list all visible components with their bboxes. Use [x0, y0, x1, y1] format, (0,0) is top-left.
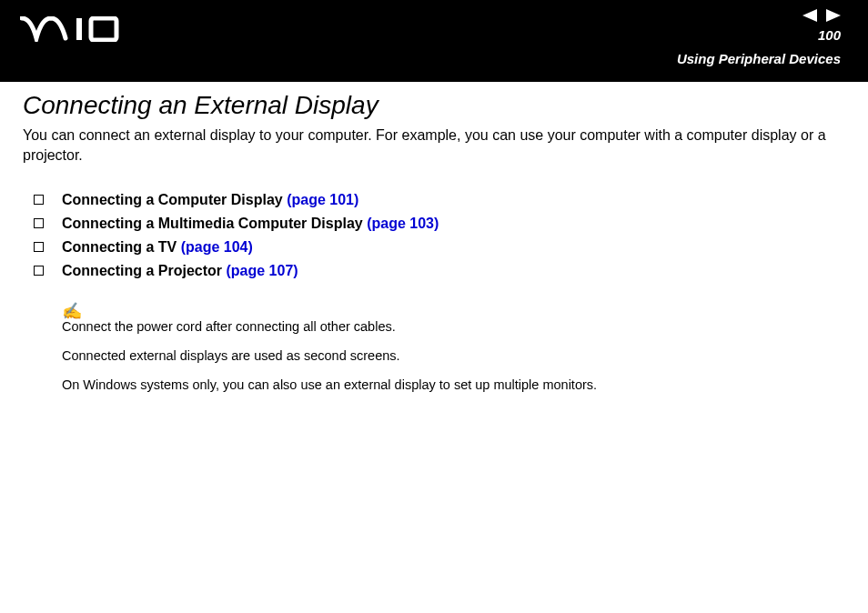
- toc-label: Connecting a Computer Display: [62, 192, 287, 207]
- note-pencil-icon: ✍: [62, 301, 845, 321]
- toc-link[interactable]: (page 101): [287, 192, 358, 207]
- note-line: Connect the power cord after connecting …: [62, 319, 845, 334]
- bullet-icon: [34, 195, 44, 205]
- intro-paragraph: You can connect an external display to y…: [23, 126, 845, 165]
- toc-link[interactable]: (page 103): [367, 216, 439, 231]
- toc-link[interactable]: (page 107): [226, 263, 298, 278]
- toc-item: Connecting a TV (page 104): [34, 239, 845, 256]
- page-content: Connecting an External Display You can c…: [0, 82, 868, 392]
- page-number: 100: [818, 27, 841, 43]
- prev-page-icon[interactable]: [802, 9, 817, 25]
- bullet-icon: [34, 218, 44, 228]
- toc-item: Connecting a Multimedia Computer Display…: [34, 216, 845, 232]
- bullet-icon: [34, 266, 44, 276]
- section-name: Using Peripheral Devices: [677, 51, 841, 66]
- toc-item: Connecting a Computer Display (page 101): [34, 192, 845, 208]
- toc-link[interactable]: (page 104): [181, 239, 253, 255]
- toc-label: Connecting a Multimedia Computer Display: [62, 216, 367, 231]
- toc-list: Connecting a Computer Display (page 101)…: [23, 192, 845, 279]
- bullet-icon: [34, 242, 44, 252]
- svg-marker-2: [802, 9, 817, 22]
- page-title: Connecting an External Display: [23, 91, 845, 120]
- svg-rect-1: [91, 18, 116, 40]
- nav-arrows: [802, 9, 841, 25]
- note-line: Connected external displays are used as …: [62, 348, 845, 363]
- notes-block: ✍ Connect the power cord after connectin…: [62, 301, 845, 392]
- svg-rect-0: [76, 18, 82, 40]
- page-header: 100 Using Peripheral Devices: [0, 0, 868, 82]
- vaio-logo: [20, 16, 129, 45]
- toc-label: Connecting a TV: [62, 239, 181, 255]
- toc-item: Connecting a Projector (page 107): [34, 263, 845, 279]
- toc-label: Connecting a Projector: [62, 263, 226, 278]
- next-page-icon[interactable]: [826, 9, 841, 25]
- svg-marker-3: [826, 9, 841, 22]
- note-line: On Windows systems only, you can also us…: [62, 377, 845, 392]
